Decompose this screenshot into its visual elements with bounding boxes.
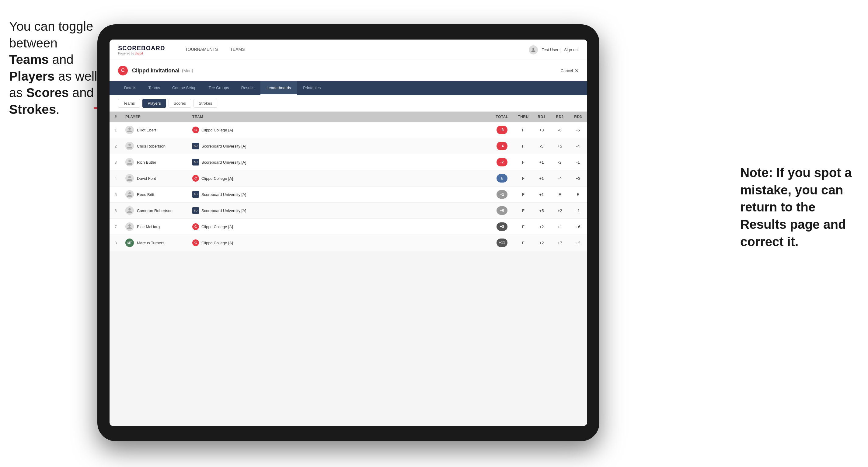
player-4: David Ford: [122, 170, 189, 186]
tab-results[interactable]: Results: [235, 81, 260, 95]
player-2: Chris Robertson: [122, 138, 189, 154]
rd2-5: E: [551, 186, 569, 203]
rd2-7: +1: [551, 219, 569, 235]
table-row: 3 Rich Butler SU: [110, 154, 587, 170]
thru-2: F: [514, 138, 532, 154]
avatar-5: [125, 190, 134, 199]
tab-course-setup[interactable]: Course Setup: [166, 81, 203, 95]
table-row: 5 Rees Britt SU: [110, 186, 587, 203]
leaderboard-table: # PLAYER TEAM TOTAL THRU RD1 RD2 RD3 1: [110, 112, 587, 426]
thru-7: F: [514, 219, 532, 235]
brand-tagline: Powered by clippd: [118, 52, 165, 55]
col-header-rd2: RD2: [551, 112, 569, 122]
rd3-1: -5: [569, 122, 587, 138]
tab-teams[interactable]: Teams: [143, 81, 166, 95]
thru-1: F: [514, 122, 532, 138]
rd1-5: +1: [532, 186, 551, 203]
rd1-7: +2: [532, 219, 551, 235]
tournament-header: C Clippd Invitational (Men) Cancel ✕: [110, 60, 587, 81]
tournament-subtitle: (Men): [182, 68, 193, 73]
col-header-rank: #: [110, 112, 122, 122]
tab-leaderboards[interactable]: Leaderboards: [260, 81, 297, 95]
avatar-1: [125, 126, 134, 134]
rd1-2: -5: [532, 138, 551, 154]
sub-toolbar: Teams Players Scores Strokes: [110, 95, 587, 112]
brand: SCOREBOARD Powered by clippd: [118, 45, 165, 55]
nav-teams[interactable]: TEAMS: [224, 39, 251, 60]
avatar-3: [125, 158, 134, 166]
player-5: Rees Britt: [122, 186, 189, 203]
team-logo-c: C: [192, 127, 199, 133]
toggle-scores-button[interactable]: Scores: [168, 99, 191, 108]
nav-links: TOURNAMENTS TEAMS: [179, 39, 251, 60]
nav-user: Test User | Sign out: [529, 45, 579, 55]
tab-printables[interactable]: Printables: [297, 81, 327, 95]
rank-3: 3: [110, 154, 122, 170]
rd1-3: +1: [532, 154, 551, 170]
player-7: Blair McHarg: [122, 219, 189, 235]
team-7: C Clippd College [A]: [189, 219, 490, 235]
total-7: +8: [490, 219, 514, 235]
tournament-logo: C: [118, 66, 128, 75]
col-header-thru: THRU: [514, 112, 532, 122]
nav-tournaments[interactable]: TOURNAMENTS: [179, 39, 224, 60]
rd1-1: +3: [532, 122, 551, 138]
rd2-8: +7: [551, 235, 569, 251]
team-8: C Clippd College [A]: [189, 235, 490, 251]
rd2-3: -2: [551, 154, 569, 170]
player-6: Cameron Robertson: [122, 203, 189, 219]
rd1-8: +2: [532, 235, 551, 251]
rank-2: 2: [110, 138, 122, 154]
user-name: Test User |: [541, 48, 560, 52]
sign-out-link[interactable]: Sign out: [564, 48, 579, 52]
left-annotation: You can toggle between Teams and Players…: [9, 18, 97, 118]
total-2: -4: [490, 138, 514, 154]
tab-tee-groups[interactable]: Tee Groups: [203, 81, 235, 95]
thru-8: F: [514, 235, 532, 251]
team-logo-s: SU: [192, 143, 199, 149]
table-row: 8 MT Marcus Turners C Clippd College [A]: [110, 235, 587, 251]
total-8: +11: [490, 235, 514, 251]
toggle-teams-button[interactable]: Teams: [118, 99, 140, 108]
avatar-7: [125, 222, 134, 231]
team-3: SU Scoreboard University [A]: [189, 154, 490, 170]
rd2-4: -4: [551, 170, 569, 186]
team-5: SU Scoreboard University [A]: [189, 186, 490, 203]
team-1: C Clippd College [A]: [189, 122, 490, 138]
toggle-strokes-button[interactable]: Strokes: [193, 99, 217, 108]
total-1: -8: [490, 122, 514, 138]
user-avatar: [529, 45, 538, 55]
player-3: Rich Butler: [122, 154, 189, 170]
tablet-device: SCOREBOARD Powered by clippd TOURNAMENTS…: [97, 24, 599, 441]
tab-details[interactable]: Details: [118, 81, 143, 95]
thru-6: F: [514, 203, 532, 219]
tab-bar: Details Teams Course Setup Tee Groups Re…: [110, 81, 587, 95]
avatar-2: [125, 142, 134, 150]
team-2: SU Scoreboard University [A]: [189, 138, 490, 154]
team-logo-c: C: [192, 175, 199, 182]
total-6: +6: [490, 203, 514, 219]
team-logo-s: SU: [192, 207, 199, 214]
col-header-team: TEAM: [189, 112, 490, 122]
total-4: E: [490, 170, 514, 186]
col-header-rd3: RD3: [569, 112, 587, 122]
rd2-6: +2: [551, 203, 569, 219]
thru-5: F: [514, 186, 532, 203]
rd1-6: +5: [532, 203, 551, 219]
avatar-8: MT: [125, 239, 134, 247]
table-row: 7 Blair McHarg C: [110, 219, 587, 235]
navbar: SCOREBOARD Powered by clippd TOURNAMENTS…: [110, 39, 587, 60]
thru-4: F: [514, 170, 532, 186]
toggle-players-button[interactable]: Players: [143, 99, 166, 108]
avatar-6: [125, 206, 134, 215]
table-row: 2 Chris Robertson SU: [110, 138, 587, 154]
rank-6: 6: [110, 203, 122, 219]
cancel-button[interactable]: Cancel ✕: [561, 68, 579, 74]
team-logo-c: C: [192, 240, 199, 246]
rd2-2: +5: [551, 138, 569, 154]
total-5: +1: [490, 186, 514, 203]
table-row: 1 Elliot Ebert C: [110, 122, 587, 138]
cancel-icon: ✕: [575, 68, 579, 74]
player-8: MT Marcus Turners: [122, 235, 189, 251]
rank-1: 1: [110, 122, 122, 138]
